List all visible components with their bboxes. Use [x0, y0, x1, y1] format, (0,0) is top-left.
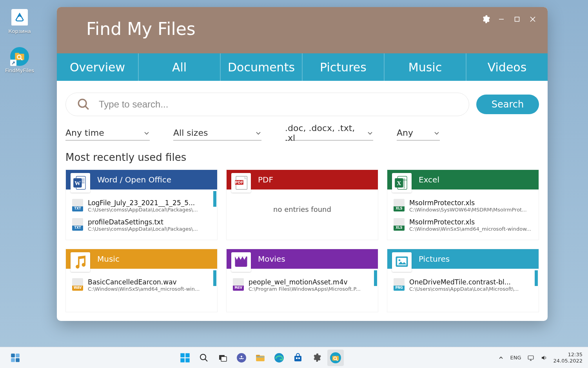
- maximize-button[interactable]: [509, 13, 525, 26]
- file-row[interactable]: XLSMsoIrmProtector.xlsC:\Windows\WinSxS\…: [391, 217, 535, 236]
- tray-volume-button[interactable]: [540, 354, 548, 362]
- minimize-button[interactable]: [494, 13, 509, 26]
- taskbar-chat-button[interactable]: [233, 350, 250, 366]
- svg-rect-17: [185, 358, 190, 363]
- svg-rect-12: [11, 358, 15, 362]
- svg-rect-13: [16, 358, 20, 362]
- taskbar-taskview-button[interactable]: [214, 350, 231, 366]
- scrollbar-thumb[interactable]: [213, 191, 216, 207]
- windows-icon: [180, 352, 191, 363]
- file-row[interactable]: XLSMsoIrmProtector.xlsC:\Windows\SysWOW6…: [391, 197, 535, 217]
- chevron-up-icon: [498, 355, 504, 361]
- svg-rect-21: [221, 357, 227, 361]
- file-path: C:\Users\comss\AppData\Local\Packages\..…: [88, 207, 211, 213]
- card-title: Word / Open Office: [97, 175, 171, 184]
- file-name: MsoIrmProtector.xls: [409, 199, 532, 207]
- taskbar-widgets-button[interactable]: [7, 350, 24, 366]
- tray-overflow-button[interactable]: [497, 354, 505, 362]
- file-name: LogFile_July_23_2021__1_25_5...: [88, 199, 211, 207]
- folder-icon: [255, 353, 265, 363]
- findmyfiles-icon: ↗: [10, 47, 29, 66]
- tab-pictures[interactable]: Pictures: [303, 53, 385, 81]
- taskbar-explorer-button[interactable]: [252, 350, 269, 366]
- minimize-icon: [498, 16, 505, 22]
- scrollbar-thumb[interactable]: [213, 270, 216, 286]
- desktop-icon-recycle-bin[interactable]: Корзина: [4, 8, 35, 34]
- chat-icon: [236, 353, 247, 363]
- filter-any-label: Any: [397, 128, 413, 138]
- scrollbar-thumb[interactable]: [535, 270, 538, 286]
- card-header: Excel: [387, 170, 539, 189]
- file-type-icon: XLS: [394, 218, 405, 231]
- filter-any[interactable]: Any: [397, 126, 440, 140]
- card-body: no entries found: [227, 189, 378, 233]
- scrollbar-thumb[interactable]: [374, 270, 377, 286]
- close-button[interactable]: [525, 13, 541, 26]
- taskbar-edge-button[interactable]: [271, 350, 287, 366]
- search-icon: [77, 98, 90, 111]
- search-button[interactable]: Search: [476, 95, 539, 114]
- maximize-icon: [514, 16, 520, 22]
- card-header: Word / Open Office: [66, 170, 217, 189]
- svg-rect-11: [16, 353, 20, 357]
- file-name: MsoIrmProtector.xls: [409, 218, 532, 226]
- store-icon: [293, 353, 303, 363]
- file-row[interactable]: WAVBasicCancelledEarcon.wavC:\Windows\Wi…: [70, 277, 213, 296]
- taskbar-findmyfiles-button[interactable]: [327, 350, 344, 366]
- tray-language[interactable]: ENG: [510, 355, 521, 361]
- card-header: Music: [66, 249, 217, 269]
- desktop-icon-findmyfiles[interactable]: ↗ FindMyFiles: [4, 47, 35, 73]
- chevron-down-icon: [367, 130, 373, 136]
- file-type-icon: PNG: [394, 278, 405, 291]
- file-path: C:\Windows\WinSxS\amd64_microsoft-window…: [409, 226, 532, 232]
- search-input[interactable]: [99, 99, 458, 110]
- file-name: BasicCancelledEarcon.wav: [88, 278, 211, 286]
- taskbar-start-button[interactable]: [177, 350, 193, 366]
- file-path: C:\Windows\WinSxS\amd64_microsoft-win...: [88, 286, 211, 292]
- card-body: WAVBasicCancelledEarcon.wavC:\Windows\Wi…: [66, 269, 217, 312]
- tab-all[interactable]: All: [139, 53, 221, 81]
- file-path: C:\Windows\SysWOW64\MSDRM\MsoIrmProt...: [409, 207, 532, 213]
- tab-overview[interactable]: Overview: [57, 53, 139, 81]
- filter-time[interactable]: Any time: [65, 126, 150, 140]
- file-name: people_wel_motionAsset.m4v: [249, 278, 372, 286]
- taskview-icon: [218, 353, 227, 363]
- svg-rect-14: [180, 353, 185, 357]
- filter-size[interactable]: All sizes: [173, 126, 261, 140]
- file-row[interactable]: PNGOneDriveMedTile.contrast-bl...C:\User…: [391, 277, 535, 296]
- svg-line-9: [85, 106, 89, 109]
- tab-videos[interactable]: Videos: [466, 53, 548, 81]
- tray-clock[interactable]: 12:35 24.05.2022: [554, 352, 583, 364]
- tray-network-button[interactable]: [527, 354, 535, 362]
- svg-rect-10: [11, 353, 15, 357]
- filter-filetypes[interactable]: .doc, .docx, .txt, .xl: [285, 126, 373, 140]
- empty-message: no entries found: [230, 197, 374, 213]
- card-body: TXTLogFile_July_23_2021__1_25_5...C:\Use…: [66, 189, 217, 240]
- file-row[interactable]: TXTprofileDataSettings.txtC:\Users\comss…: [70, 217, 213, 236]
- taskbar-store-button[interactable]: [290, 350, 306, 366]
- card-title: Music: [97, 254, 120, 264]
- network-icon: [527, 354, 534, 361]
- card-pdf: PDFno entries found: [226, 169, 378, 240]
- filter-size-label: All sizes: [173, 128, 208, 138]
- close-icon: [530, 16, 536, 22]
- file-path: C:\Users\comss\AppData\Local\Packages\..…: [88, 226, 211, 232]
- settings-button[interactable]: [478, 13, 494, 26]
- svg-rect-1: [15, 53, 19, 55]
- taskbar-settings-button[interactable]: [309, 350, 325, 366]
- svg-line-19: [205, 359, 207, 361]
- file-row[interactable]: TXTLogFile_July_23_2021__1_25_5...C:\Use…: [70, 197, 213, 217]
- chevron-down-icon: [143, 130, 150, 136]
- gear-icon: [312, 353, 321, 363]
- tab-documents[interactable]: Documents: [221, 53, 303, 81]
- file-row[interactable]: M4Vpeople_wel_motionAsset.m4vC:\Program …: [230, 277, 374, 296]
- tab-music[interactable]: Music: [385, 53, 466, 81]
- svg-rect-26: [256, 356, 264, 357]
- card-header: Movies: [227, 249, 378, 269]
- card-title: PDF: [258, 175, 273, 184]
- taskbar: ENG 12:35 24.05.2022: [0, 347, 588, 368]
- file-type-icon: TXT: [72, 218, 83, 231]
- recycle-bin-icon: [11, 9, 28, 26]
- taskbar-search-button[interactable]: [196, 350, 212, 366]
- file-type-icon: TXT: [72, 199, 83, 211]
